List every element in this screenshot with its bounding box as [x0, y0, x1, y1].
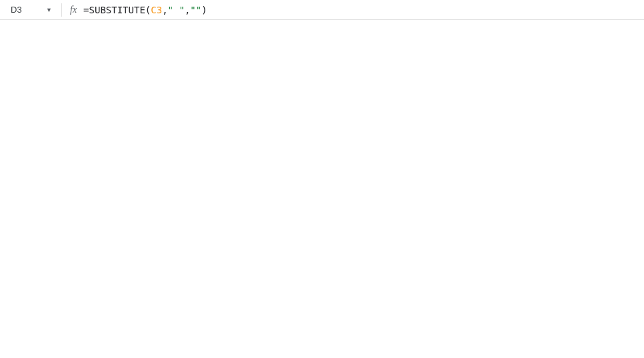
formula-eq: = — [83, 5, 89, 15]
formula-bar: D3 ▼ fx =SUBSTITUTE(C3," ","") — [0, 0, 644, 20]
caret-down-icon: ▼ — [46, 7, 52, 13]
fx-icon: fx — [67, 5, 82, 15]
formula-paren-close: ) — [201, 5, 207, 15]
formula-comma: , — [162, 5, 167, 15]
column-menu-icon[interactable]: ▼ — [346, 20, 351, 21]
formula-string: " " — [168, 5, 185, 15]
formula-string: "" — [190, 5, 201, 15]
formula-input[interactable]: =SUBSTITUTE(C3," ","") — [83, 5, 207, 15]
divider — [61, 3, 62, 17]
formula-fn: SUBSTITUTE — [89, 5, 145, 15]
name-box[interactable]: D3 ▼ — [4, 5, 56, 15]
formula-ref: C3 — [151, 5, 162, 15]
name-box-value: D3 — [11, 5, 22, 15]
